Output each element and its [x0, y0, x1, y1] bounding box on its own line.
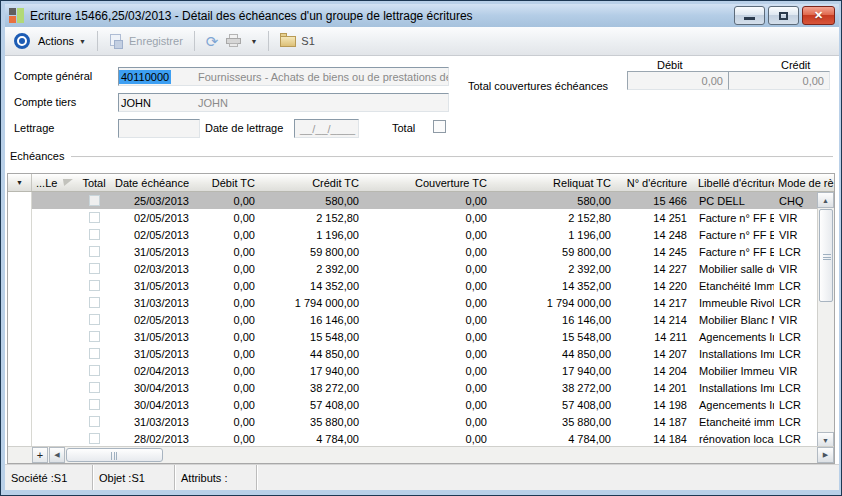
- cell-total[interactable]: [76, 311, 112, 328]
- column-header-debit[interactable]: Débit TC: [196, 174, 262, 191]
- cell-total[interactable]: [76, 226, 112, 243]
- row-marker[interactable]: [8, 260, 32, 277]
- cell-credit[interactable]: 1 794 000,00: [262, 294, 366, 311]
- cell-debit[interactable]: 0,00: [196, 396, 262, 413]
- cell-numero[interactable]: 14 187: [618, 413, 694, 430]
- cell-credit[interactable]: 57 408,00: [262, 396, 366, 413]
- cell-numero[interactable]: 14 245: [618, 243, 694, 260]
- cell-libelle[interactable]: rénovation locaux: [694, 430, 774, 447]
- cell-date[interactable]: 25/03/2013: [112, 192, 196, 209]
- cell-reliquat[interactable]: 1 196,00: [494, 226, 618, 243]
- cell-debit[interactable]: 0,00: [196, 311, 262, 328]
- table-row[interactable]: 28/02/20130,004 784,000,004 784,0014 184…: [8, 430, 817, 447]
- table-row[interactable]: 02/03/20130,002 392,000,002 392,0014 227…: [8, 260, 817, 277]
- cell-date[interactable]: 28/02/2013: [112, 430, 196, 447]
- cell-libelle[interactable]: Agencements Immeu: [694, 328, 774, 345]
- record-button[interactable]: [5, 33, 34, 49]
- cell-numero[interactable]: 14 201: [618, 379, 694, 396]
- cell-credit[interactable]: 38 272,00: [262, 379, 366, 396]
- row-total-checkbox[interactable]: [89, 365, 100, 376]
- cell-couverture[interactable]: 0,00: [366, 396, 494, 413]
- table-row[interactable]: 02/04/20130,0017 940,000,0017 940,0014 2…: [8, 362, 817, 379]
- row-total-checkbox[interactable]: [89, 229, 100, 240]
- save-button[interactable]: Enregistrer: [105, 34, 187, 49]
- table-row[interactable]: 31/03/20130,0035 880,000,0035 880,0014 1…: [8, 413, 817, 430]
- row-total-checkbox[interactable]: [89, 433, 100, 444]
- cell-le[interactable]: [32, 260, 76, 277]
- print-button[interactable]: [222, 34, 246, 48]
- cell-numero[interactable]: 14 227: [618, 260, 694, 277]
- cell-reliquat[interactable]: 17 940,00: [494, 362, 618, 379]
- cell-couverture[interactable]: 0,00: [366, 277, 494, 294]
- cell-le[interactable]: [32, 226, 76, 243]
- cell-date[interactable]: 30/04/2013: [112, 396, 196, 413]
- cell-debit[interactable]: 0,00: [196, 328, 262, 345]
- cell-couverture[interactable]: 0,00: [366, 209, 494, 226]
- cell-numero[interactable]: 14 207: [618, 345, 694, 362]
- cell-debit[interactable]: 0,00: [196, 345, 262, 362]
- refresh-button[interactable]: ⟳: [202, 34, 223, 49]
- cell-credit[interactable]: 17 940,00: [262, 362, 366, 379]
- cell-reliquat[interactable]: 35 880,00: [494, 413, 618, 430]
- row-total-checkbox[interactable]: [89, 195, 100, 206]
- cell-le[interactable]: [32, 294, 76, 311]
- cell-libelle[interactable]: Agencements Immet: [694, 396, 774, 413]
- cell-numero[interactable]: 14 217: [618, 294, 694, 311]
- cell-date[interactable]: 31/03/2013: [112, 413, 196, 430]
- column-header-total[interactable]: Total: [76, 174, 112, 191]
- cell-le[interactable]: [32, 209, 76, 226]
- cell-credit[interactable]: 4 784,00: [262, 430, 366, 447]
- cell-date[interactable]: 31/05/2013: [112, 345, 196, 362]
- cell-le[interactable]: [32, 311, 76, 328]
- cell-couverture[interactable]: 0,00: [366, 345, 494, 362]
- cell-debit[interactable]: 0,00: [196, 277, 262, 294]
- cell-le[interactable]: [32, 413, 76, 430]
- cell-total[interactable]: [76, 243, 112, 260]
- row-marker[interactable]: [8, 345, 32, 362]
- column-header-date[interactable]: Date échéance: [112, 174, 196, 191]
- cell-credit[interactable]: 14 352,00: [262, 277, 366, 294]
- actions-menu-button[interactable]: Actions ▼: [34, 35, 90, 47]
- table-row[interactable]: 02/05/20130,002 152,800,002 152,8014 251…: [8, 209, 817, 226]
- row-marker[interactable]: [8, 362, 32, 379]
- cell-mode[interactable]: LCR: [774, 413, 817, 430]
- cell-debit[interactable]: 0,00: [196, 192, 262, 209]
- cell-le[interactable]: [32, 379, 76, 396]
- cell-le[interactable]: [32, 192, 76, 209]
- cell-numero[interactable]: 14 184: [618, 430, 694, 447]
- cell-couverture[interactable]: 0,00: [366, 413, 494, 430]
- cell-couverture[interactable]: 0,00: [366, 260, 494, 277]
- cell-credit[interactable]: 2 392,00: [262, 260, 366, 277]
- cell-date[interactable]: 02/03/2013: [112, 260, 196, 277]
- cell-mode[interactable]: LCR: [774, 243, 817, 260]
- grid-options-button[interactable]: ▼: [8, 174, 32, 191]
- close-button[interactable]: ✕: [802, 6, 835, 25]
- cell-date[interactable]: 31/05/2013: [112, 328, 196, 345]
- cell-total[interactable]: [76, 209, 112, 226]
- cell-numero[interactable]: 14 220: [618, 277, 694, 294]
- cell-libelle[interactable]: Mobilier Blanc Millén: [694, 311, 774, 328]
- cell-le[interactable]: [32, 328, 76, 345]
- cell-mode[interactable]: LCR: [774, 294, 817, 311]
- row-marker[interactable]: [8, 192, 32, 209]
- cell-couverture[interactable]: 0,00: [366, 430, 494, 447]
- cell-couverture[interactable]: 0,00: [366, 379, 494, 396]
- cell-date[interactable]: 02/05/2013: [112, 311, 196, 328]
- row-total-checkbox[interactable]: [89, 212, 100, 223]
- cell-couverture[interactable]: 0,00: [366, 243, 494, 260]
- horizontal-scrollbar[interactable]: + ◀ ▶: [8, 446, 834, 463]
- column-header-credit[interactable]: Crédit TC: [262, 174, 366, 191]
- cell-date[interactable]: 02/05/2013: [112, 209, 196, 226]
- cell-libelle[interactable]: Etancheité immeuble: [694, 413, 774, 430]
- cell-reliquat[interactable]: 4 784,00: [494, 430, 618, 447]
- cell-libelle[interactable]: PC DELL: [694, 192, 774, 209]
- cell-reliquat[interactable]: 2 152,80: [494, 209, 618, 226]
- cell-date[interactable]: 31/05/2013: [112, 277, 196, 294]
- cell-total[interactable]: [76, 328, 112, 345]
- row-total-checkbox[interactable]: [89, 331, 100, 342]
- cell-date[interactable]: 02/04/2013: [112, 362, 196, 379]
- cell-mode[interactable]: VIR: [774, 311, 817, 328]
- row-total-checkbox[interactable]: [89, 280, 100, 291]
- cell-debit[interactable]: 0,00: [196, 362, 262, 379]
- cell-libelle[interactable]: Mobilier salle de form: [694, 260, 774, 277]
